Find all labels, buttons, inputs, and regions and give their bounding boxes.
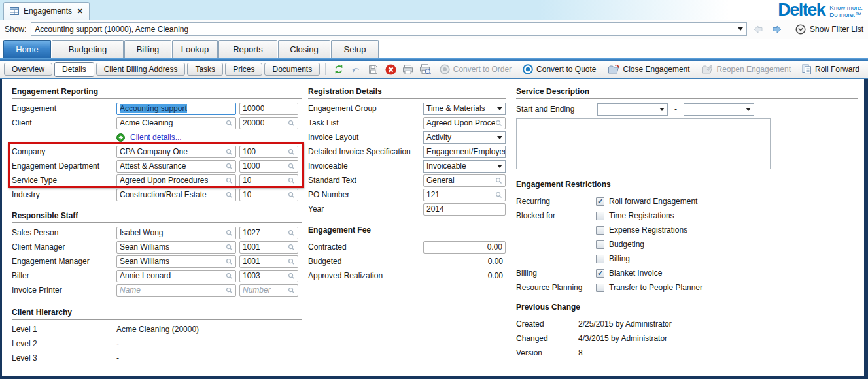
search-icon[interactable] [226,148,233,156]
search-icon[interactable] [288,148,295,156]
invoice-layout-select[interactable]: Activity [423,131,506,144]
combo-dropdown-icon[interactable] [738,27,743,31]
invoice-printer-name-field[interactable]: Name [116,284,236,297]
checkbox-expense-registrations[interactable] [596,226,604,235]
task-list-field[interactable]: Agreed Upon Procedures [423,117,506,129]
search-icon[interactable] [288,163,295,170]
search-icon[interactable] [226,163,233,170]
subtab-overview[interactable]: Overview [4,63,52,76]
search-icon[interactable] [226,177,233,184]
client-name-field[interactable]: Acme Cleaning [116,117,236,129]
contracted-field[interactable]: 0.00 [423,241,506,254]
tab-budgeting[interactable]: Budgeting [52,40,124,58]
search-icon[interactable] [226,258,233,265]
client-details-link[interactable]: Client details... [116,133,298,142]
engagement-name-field[interactable]: Accounting support [116,103,236,115]
search-icon[interactable] [288,120,295,127]
checkbox-billing-blocked[interactable] [596,255,604,263]
tab-reports[interactable]: Reports [218,40,277,58]
biller-name-field[interactable]: Annie Leonard [116,270,236,282]
sales-person-code-field[interactable]: 1027 [239,227,298,239]
industry-name-field[interactable]: Construction/Real Estate [116,189,236,201]
show-filter-list-button[interactable]: Show Filter List [795,24,863,35]
detailed-invoice-specification-select[interactable]: Engagement/Employee [423,146,506,158]
checkbox-transfer-to-people-planner[interactable] [596,284,604,292]
search-icon[interactable] [495,191,502,199]
end-date-select[interactable] [684,103,754,116]
checkbox-blanket-invoice[interactable] [596,269,604,278]
next-record-button[interactable] [770,23,784,36]
client-manager-code-field[interactable]: 1001 [239,241,298,254]
search-icon[interactable] [226,272,233,280]
close-tab-icon[interactable] [77,7,83,16]
biller-code-value: 1003 [243,271,260,280]
engagement-manager-code-field[interactable]: 1001 [239,255,298,268]
engagements-tab[interactable]: Engagements [3,2,90,20]
save-button[interactable] [366,62,381,76]
sales-person-name-field[interactable]: Isabel Wong [116,227,236,239]
search-icon[interactable] [495,177,502,184]
print-preview-button[interactable] [417,62,432,76]
refresh-button[interactable] [331,62,346,76]
subtab-prices[interactable]: Prices [225,63,262,76]
tab-lookup[interactable]: Lookup [172,40,218,58]
engagement-department-code-field[interactable]: 1000 [239,160,298,173]
tab-home[interactable]: Home [3,40,51,58]
search-icon[interactable] [495,120,502,127]
search-icon[interactable] [288,272,295,280]
tagline-line1: Know more. [829,4,863,11]
print-button[interactable] [400,62,415,76]
client-manager-name-field[interactable]: Sean Williams [116,241,236,254]
search-icon[interactable] [226,244,233,251]
biller-code-field[interactable]: 1003 [239,270,298,282]
company-name-field[interactable]: CPA Company One [116,146,236,158]
tab-setup[interactable]: Setup [331,40,379,58]
search-icon[interactable] [288,287,295,294]
engagement-manager-name-field[interactable]: Sean Williams [116,255,236,268]
show-filter-combo[interactable]: Accounting support (10000), Acme Cleanin… [31,22,746,36]
tab-billing[interactable]: Billing [124,40,171,58]
checkbox-time-registrations[interactable] [596,212,604,220]
tab-billing-label: Billing [137,44,160,54]
invoiceable-select[interactable]: Invoiceable [423,160,506,173]
subtab-documents[interactable]: Documents [264,63,320,76]
standard-text-field[interactable]: General [423,174,506,187]
convert-to-quote-button[interactable]: Convert to Quote [518,62,600,76]
search-icon[interactable] [226,229,233,237]
engagement-group-select[interactable]: Time & Materials [423,103,506,115]
subtab-tasks[interactable]: Tasks [187,63,223,76]
checkbox-budgeting[interactable] [596,240,604,249]
company-code-field[interactable]: 100 [239,146,298,158]
subtab-details[interactable]: Details [54,62,94,77]
engagement-code-field[interactable]: 10000 [239,103,298,115]
subtab-client-billing-address[interactable]: Client Billing Address [96,63,186,76]
engagement-department-name-field[interactable]: Attest & Assurance [116,160,236,173]
start-date-select[interactable] [597,103,668,116]
industry-code-field[interactable]: 10 [239,189,298,201]
tab-closing[interactable]: Closing [278,40,330,58]
service-type-name-field[interactable]: Agreed Upon Procedures [116,174,236,187]
search-icon[interactable] [226,120,233,127]
client-code-field[interactable]: 20000 [239,117,298,129]
search-icon[interactable] [226,191,233,199]
search-icon[interactable] [288,191,295,199]
roll-forward-button[interactable]: Roll Forward [797,62,864,76]
close-engagement-button[interactable]: Close Engagement [603,62,695,76]
cancel-button[interactable] [383,62,398,76]
invoice-printer-code-field[interactable]: Number [239,284,298,297]
search-icon[interactable] [288,177,295,184]
roll-forward-label: Roll Forward [815,65,859,74]
year-field[interactable]: 2014 [423,203,506,216]
search-icon[interactable] [288,258,295,265]
service-description-textarea[interactable] [516,118,771,169]
search-icon[interactable] [288,244,295,251]
previous-record-button[interactable] [752,23,766,36]
dropdown-arrow-icon [497,107,502,110]
undo-button[interactable] [349,62,364,76]
search-icon[interactable] [226,287,233,294]
checkbox-roll-forward-engagement[interactable] [596,197,604,206]
service-type-row: Service Type Agreed Upon Procedures 10 [12,173,302,188]
service-type-code-field[interactable]: 10 [239,174,298,187]
search-icon[interactable] [288,229,295,237]
po-number-field[interactable]: 121 [423,189,506,201]
